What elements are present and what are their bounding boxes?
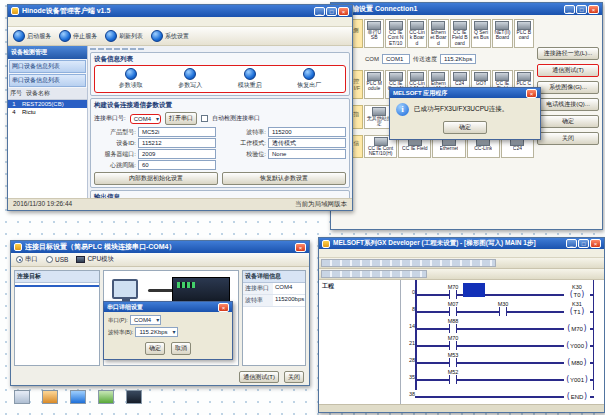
device-list-row[interactable]: 1 REST2005(CB) — [8, 100, 87, 108]
interface-tile[interactable]: PLC Module — [364, 70, 384, 99]
device-action-button[interactable]: 模块重启 — [238, 68, 262, 90]
param-input[interactable]: 2009 — [138, 149, 216, 159]
open-port-button[interactable]: 打开串口 — [165, 112, 197, 125]
contact-symbol[interactable]: M88 — [441, 318, 465, 333]
ok-button[interactable]: 确定 — [443, 121, 487, 134]
interface-tile[interactable]: 串行USB — [364, 19, 384, 48]
contact-symbol[interactable]: M30 — [491, 301, 515, 316]
maximize-button[interactable] — [576, 5, 587, 14]
device-action-button[interactable]: 恢复出厂 — [297, 68, 321, 90]
close-button[interactable] — [588, 5, 599, 14]
transfer-setup-titlebar[interactable]: 传输设置 Connection1 — [331, 3, 602, 15]
device-action-button[interactable]: 参数写入 — [178, 68, 202, 90]
minimize-button[interactable] — [566, 239, 577, 248]
port-select[interactable]: COM4 — [130, 114, 161, 124]
close-button[interactable]: 关闭 — [537, 132, 599, 145]
close-button[interactable]: 关闭 — [284, 371, 304, 383]
interface-tile[interactable]: NET(II) Board — [492, 19, 512, 48]
param-input[interactable]: MC52i — [138, 127, 216, 137]
baud-value[interactable]: 115.2Kbps — [440, 54, 476, 64]
ok-button[interactable]: 确定 — [537, 115, 599, 128]
toolbar-button[interactable]: 系统设置 — [151, 30, 189, 42]
communication-test-button[interactable]: 通信测试(T) — [239, 371, 279, 383]
com-value[interactable]: COM1 — [382, 54, 410, 64]
contact-symbol[interactable]: M70 — [441, 284, 465, 299]
device-action-button[interactable]: 参数读取 — [119, 68, 143, 90]
restore-defaults-button[interactable]: 恢复默认参数设置 — [222, 172, 346, 185]
maximize-button[interactable] — [326, 7, 337, 16]
init-internal-data-button[interactable]: 内部数据初始化设置 — [94, 172, 218, 185]
gx-developer-titlebar[interactable]: MELSOFT系列GX Developer (工程未设置) - [梯形图(写入)… — [319, 238, 604, 249]
device-manager-titlebar[interactable]: Hinode设备管理客户端 v1.5 — [8, 5, 352, 17]
cancel-button[interactable]: 取消 — [171, 342, 191, 355]
toolbar-button[interactable]: 启动服务 — [13, 30, 51, 42]
maximize-button[interactable] — [578, 239, 589, 248]
main-toolbar: 启动服务 停止服务 刷新列表 系统设置 — [8, 27, 352, 46]
interface-tile[interactable]: CC-Link Board — [407, 19, 427, 48]
close-button[interactable] — [590, 239, 601, 248]
device-list-row[interactable]: 4 Rictu — [8, 108, 87, 116]
param-input[interactable]: None — [268, 149, 346, 159]
contact-symbol[interactable]: M52 — [441, 369, 465, 384]
close-button[interactable] — [526, 89, 537, 98]
communication-test-button[interactable]: 通信测试(T) — [537, 64, 599, 77]
close-button[interactable] — [338, 7, 349, 16]
auto-detect-checkbox[interactable] — [201, 115, 208, 122]
coil-symbol[interactable]: (M80) — [564, 352, 590, 368]
coil-symbol[interactable]: (M70) — [564, 318, 590, 334]
sidebar-item-serial-devices[interactable]: 串口设备信息列表 — [9, 74, 86, 87]
close-button[interactable] — [218, 303, 229, 312]
ladder-symbol-toolbar[interactable] — [319, 269, 604, 280]
desktop-shortcut-icon[interactable] — [14, 390, 30, 404]
project-root[interactable]: 工程 — [320, 282, 399, 291]
coil-icon: (M70) — [564, 324, 590, 334]
contact-symbol[interactable]: M07 — [441, 301, 465, 316]
serial-radio-option[interactable]: 串口 — [16, 255, 38, 264]
interface-tile[interactable]: Q Series Bus — [471, 19, 491, 48]
coil-symbol[interactable]: (Y001) — [564, 369, 590, 385]
desktop-shortcut-icon[interactable] — [42, 390, 58, 404]
subdialog-titlebar[interactable]: 串口详细设置 — [104, 302, 232, 312]
connection-channel-list-button[interactable]: 连接路径一览(L)... — [537, 47, 599, 60]
phone-line-connection-button[interactable]: 电话线连接(Q)... — [537, 98, 599, 111]
coil-symbol[interactable]: K30 (T0) — [564, 284, 590, 300]
melsoft-dialog-titlebar[interactable]: MELSOFT 应用程序 — [390, 88, 540, 98]
toolbar-button[interactable]: 停止服务 — [59, 30, 97, 42]
device-list: 1 REST2005(CB) 4 Rictu — [8, 100, 87, 198]
tree-item[interactable] — [15, 287, 99, 289]
contact-icon — [449, 375, 457, 384]
interface-tile[interactable]: CC IE Field Board — [450, 19, 470, 48]
interface-tile[interactable]: CC IE Cont NET/10(H) Board — [385, 19, 405, 48]
coil-symbol[interactable]: (END) — [564, 386, 590, 402]
param-input[interactable]: 60 — [138, 160, 216, 170]
toolbar-button[interactable]: 刷新列表 — [105, 30, 143, 42]
serial-detail-dialog: 串口详细设置 串口(P): COM4 波特率(B): 115.2Kbps 确定 … — [103, 301, 233, 360]
interface-tile[interactable]: PLC Board — [514, 19, 534, 48]
usb-radio-option[interactable]: USB — [46, 256, 68, 263]
minimize-button[interactable] — [564, 5, 575, 14]
connection-setup-titlebar[interactable]: 连接目标设置（简易PLC 模块连接串口-COM4） — [11, 241, 309, 253]
coil-symbol[interactable]: (Y000) — [564, 335, 590, 351]
cpu-module-item[interactable]: CPU模块 — [76, 255, 114, 264]
system-image-button[interactable]: 系统图像(G)... — [537, 81, 599, 94]
baud-rate-select[interactable]: 115.2Kbps — [135, 327, 177, 337]
minimize-button[interactable] — [314, 7, 325, 16]
desktop-shortcut-icon[interactable] — [126, 390, 142, 404]
desktop-shortcut-icon[interactable] — [98, 390, 114, 404]
param-input[interactable]: 115212 — [138, 138, 216, 148]
ok-button[interactable]: 确定 — [145, 342, 165, 355]
param-input[interactable]: 透传模式 — [268, 138, 346, 148]
serial-port-select[interactable]: COM4 — [130, 315, 161, 325]
coil-symbol[interactable]: K31 (T1) — [564, 301, 590, 317]
toolbar-icon-strip[interactable] — [319, 258, 604, 269]
device-name: REST2005(CB) — [20, 101, 87, 107]
param-input[interactable]: 115200 — [268, 127, 346, 137]
close-button[interactable] — [295, 243, 306, 252]
contact-symbol[interactable]: M70 — [441, 335, 465, 350]
sidebar-item-lan-devices[interactable]: 网口设备信息列表 — [9, 60, 86, 73]
com-settings-line: COM COM1 传送速度 115.2Kbps — [333, 54, 534, 64]
desktop-shortcut-icon[interactable] — [70, 390, 86, 404]
interface-tile[interactable]: Ethernet Board — [428, 19, 448, 48]
ladder-editor[interactable]: 0 M70 K30 (T0) — [401, 280, 604, 404]
contact-symbol[interactable]: M53 — [441, 352, 465, 367]
